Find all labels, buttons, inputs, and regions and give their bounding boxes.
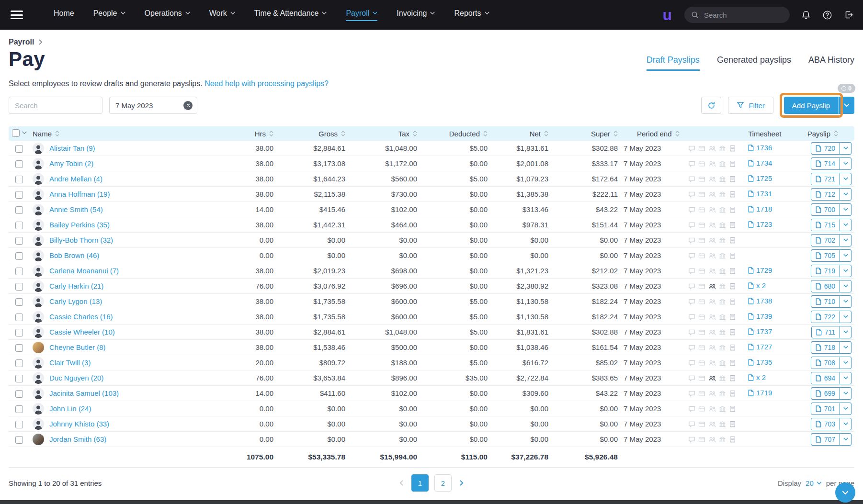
row-checkbox[interactable] bbox=[15, 145, 23, 153]
payslip-button[interactable]: 714 bbox=[811, 157, 840, 170]
row-checkbox[interactable] bbox=[15, 375, 23, 382]
row-checkbox[interactable] bbox=[15, 314, 23, 321]
row-checkbox[interactable] bbox=[15, 390, 23, 398]
row-checkbox[interactable] bbox=[15, 268, 23, 275]
column-header-payslip[interactable]: Payslip bbox=[807, 130, 838, 138]
timesheet-link[interactable]: 1735 bbox=[748, 358, 772, 366]
payslip-dropdown-icon[interactable] bbox=[840, 311, 852, 323]
timesheet-link[interactable]: 1738 bbox=[748, 297, 772, 305]
row-checkbox[interactable] bbox=[15, 436, 23, 444]
tab-generated-payslips[interactable]: Generated payslips bbox=[717, 55, 791, 71]
payslip-dropdown-icon[interactable] bbox=[840, 142, 852, 155]
employee-name-link[interactable]: Alistair Tan (9) bbox=[49, 144, 95, 152]
payslip-dropdown-icon[interactable] bbox=[840, 265, 852, 277]
column-header-name[interactable]: Name bbox=[33, 130, 59, 138]
employee-name-link[interactable]: Cheyne Butler (8) bbox=[49, 343, 106, 351]
timesheet-link[interactable]: 1725 bbox=[748, 174, 772, 182]
payslip-button[interactable]: 701 bbox=[811, 403, 840, 415]
employee-name-link[interactable]: Jordan Smith (63) bbox=[49, 435, 106, 443]
column-header-hrs[interactable]: Hrs bbox=[255, 130, 273, 138]
nav-item-people[interactable]: People bbox=[93, 9, 125, 21]
scroll-widget-button[interactable] bbox=[835, 482, 855, 503]
payslip-dropdown-icon[interactable] bbox=[840, 157, 852, 170]
select-all-checkbox[interactable] bbox=[12, 129, 20, 137]
refresh-button[interactable] bbox=[701, 97, 721, 114]
per-page-select[interactable]: 20 bbox=[806, 479, 822, 487]
payslip-dropdown-icon[interactable] bbox=[840, 326, 852, 338]
row-checkbox[interactable] bbox=[15, 405, 23, 413]
row-checkbox[interactable] bbox=[15, 206, 23, 214]
payslip-dropdown-icon[interactable] bbox=[840, 219, 852, 231]
payslip-dropdown-icon[interactable] bbox=[840, 249, 852, 262]
employee-name-link[interactable]: Clair Twill (3) bbox=[49, 358, 91, 367]
nav-item-payroll[interactable]: Payroll bbox=[346, 9, 377, 21]
row-checkbox[interactable] bbox=[15, 344, 23, 352]
employee-name-link[interactable]: Billy-Bob Thorn (32) bbox=[49, 236, 113, 244]
timesheet-link[interactable]: x 2 bbox=[748, 281, 766, 290]
navbar-search[interactable] bbox=[684, 7, 790, 23]
search-input[interactable] bbox=[9, 97, 102, 114]
breadcrumb-payroll[interactable]: Payroll bbox=[9, 38, 34, 46]
employee-name-link[interactable]: Duc Nguyen (20) bbox=[49, 374, 103, 382]
nav-item-operations[interactable]: Operations bbox=[145, 9, 190, 21]
nav-item-invoicing[interactable]: Invoicing bbox=[397, 9, 435, 21]
payslip-dropdown-icon[interactable] bbox=[840, 203, 852, 216]
employee-name-link[interactable]: Jacinita Samuel (103) bbox=[49, 389, 119, 397]
row-checkbox[interactable] bbox=[15, 176, 23, 183]
payslip-dropdown-icon[interactable] bbox=[840, 387, 852, 400]
payslip-button[interactable]: 680 bbox=[811, 280, 840, 292]
row-checkbox[interactable] bbox=[15, 222, 23, 229]
timesheet-link[interactable]: 1739 bbox=[748, 312, 772, 320]
timesheet-link[interactable]: x 2 bbox=[748, 373, 766, 381]
payslip-dropdown-icon[interactable] bbox=[840, 234, 852, 246]
timesheet-link[interactable]: 1719 bbox=[748, 389, 772, 397]
date-picker[interactable]: 7 May 2023 bbox=[109, 97, 197, 114]
payslip-dropdown-icon[interactable] bbox=[840, 188, 852, 201]
row-checkbox[interactable] bbox=[15, 237, 23, 245]
page-button-1[interactable]: 1 bbox=[411, 474, 429, 492]
payslip-button[interactable]: 694 bbox=[811, 372, 840, 384]
nav-item-home[interactable]: Home bbox=[54, 9, 74, 21]
payslip-dropdown-icon[interactable] bbox=[840, 173, 852, 185]
employee-name-link[interactable]: Cassie Charles (16) bbox=[49, 313, 113, 321]
row-checkbox[interactable] bbox=[15, 359, 23, 367]
notifications-bell-icon[interactable] bbox=[801, 10, 811, 20]
payslip-dropdown-icon[interactable] bbox=[840, 357, 852, 369]
timesheet-link[interactable]: 1737 bbox=[748, 327, 772, 336]
timesheet-link[interactable]: 1731 bbox=[748, 190, 772, 198]
add-payslip-button[interactable]: Add Payslip bbox=[784, 97, 838, 114]
payslip-button[interactable]: 715 bbox=[811, 219, 840, 231]
logout-icon[interactable] bbox=[844, 10, 853, 20]
timesheet-link[interactable]: 1723 bbox=[748, 220, 772, 228]
payslip-dropdown-icon[interactable] bbox=[840, 280, 852, 292]
row-checkbox[interactable] bbox=[15, 191, 23, 199]
employee-name-link[interactable]: Carlena Moananui (7) bbox=[49, 267, 119, 275]
employee-name-link[interactable]: Carly Harkin (21) bbox=[49, 282, 103, 290]
employee-name-link[interactable]: Johnny Khisto (33) bbox=[49, 420, 109, 428]
payslip-button[interactable]: 705 bbox=[811, 249, 840, 262]
column-header-deducted[interactable]: Deducted bbox=[449, 130, 488, 138]
payslip-button[interactable]: 702 bbox=[811, 234, 840, 246]
employee-name-link[interactable]: John Lin (24) bbox=[49, 404, 91, 413]
nav-item-reports[interactable]: Reports bbox=[454, 9, 489, 21]
payslip-button[interactable]: 720 bbox=[811, 142, 840, 155]
employee-name-link[interactable]: Bob Brown (46) bbox=[49, 251, 99, 259]
timesheet-link[interactable]: 1729 bbox=[748, 266, 772, 274]
payslip-button[interactable]: 703 bbox=[811, 418, 840, 430]
payslip-button[interactable]: 712 bbox=[811, 188, 840, 201]
payslip-dropdown-icon[interactable] bbox=[840, 295, 852, 308]
payslip-button[interactable]: 708 bbox=[811, 357, 840, 369]
row-checkbox[interactable] bbox=[15, 329, 23, 336]
timesheet-link[interactable]: 1727 bbox=[748, 343, 772, 351]
payslip-dropdown-icon[interactable] bbox=[840, 418, 852, 430]
page-button-2[interactable]: 2 bbox=[434, 474, 452, 492]
payslip-dropdown-icon[interactable] bbox=[840, 372, 852, 384]
brand-logo[interactable]: u bbox=[662, 8, 672, 22]
employee-name-link[interactable]: Annie Smith (54) bbox=[49, 205, 103, 213]
employee-name-link[interactable]: Bailey Perkins (35) bbox=[49, 221, 110, 229]
navbar-search-input[interactable] bbox=[703, 11, 783, 20]
payslip-button[interactable]: 710 bbox=[811, 295, 840, 308]
nav-item-work[interactable]: Work bbox=[209, 9, 235, 21]
timesheet-link[interactable]: 1736 bbox=[748, 144, 772, 152]
row-checkbox[interactable] bbox=[15, 252, 23, 260]
